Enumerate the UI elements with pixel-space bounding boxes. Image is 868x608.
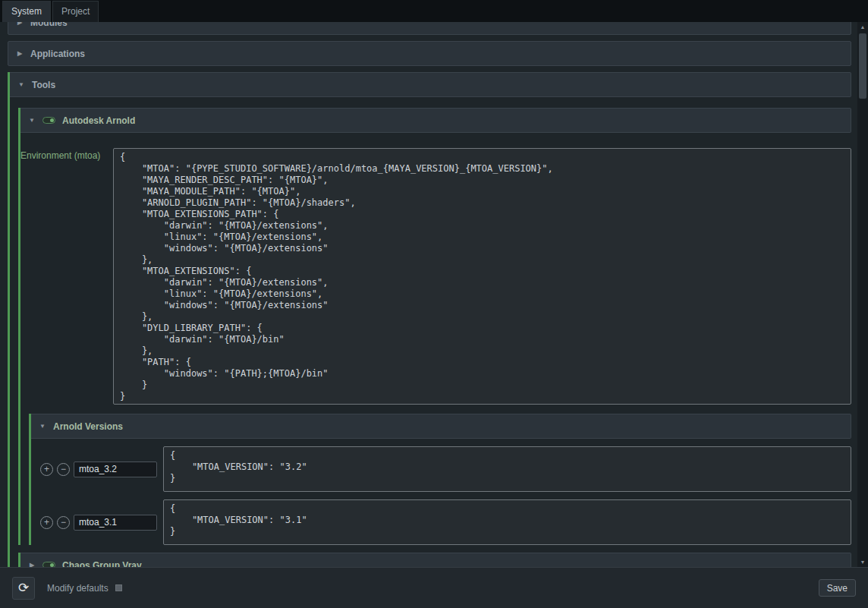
- chevron-down-icon: ▼: [28, 117, 36, 124]
- group-title-chaos-group-vray: Chaos Group Vray: [62, 560, 142, 568]
- modify-defaults-label: Modify defaults: [47, 583, 108, 594]
- arnold-versions-group: ▼ Arnold Versions + − { "MTOA_VERSION": …: [29, 414, 851, 545]
- chevron-down-icon: ▼: [39, 423, 46, 430]
- section-header-modules[interactable]: ▶ Modules: [8, 22, 851, 35]
- group-header-arnold-versions[interactable]: ▼ Arnold Versions: [31, 414, 851, 439]
- enabled-toggle-icon[interactable]: [42, 562, 55, 567]
- environment-mtoa-row: Environment (mtoa) { "MTOA": "{PYPE_STUD…: [20, 148, 851, 405]
- autodesk-arnold-group: ▼ Autodesk Arnold Environment (mtoa) { "…: [18, 108, 851, 545]
- modify-defaults-control: Modify defaults: [47, 583, 122, 594]
- group-header-chaos-group-vray[interactable]: ▶ Chaos Group Vray: [20, 553, 851, 567]
- add-item-button[interactable]: +: [40, 516, 53, 529]
- tab-bar: System Project: [0, 0, 868, 22]
- scroll-up-button[interactable]: ▲: [857, 22, 868, 32]
- footer-bar: ⟳ Modify defaults Save: [0, 567, 868, 608]
- version-value-textarea[interactable]: { "MTOA_VERSION": "3.2" }: [163, 446, 851, 492]
- version-row: + − { "MTOA_VERSION": "3.2" }: [31, 446, 851, 492]
- chevron-right-icon: ▶: [16, 22, 24, 26]
- section-header-tools[interactable]: ▼ Tools: [10, 72, 851, 97]
- version-key-input[interactable]: [74, 515, 157, 531]
- save-button[interactable]: Save: [819, 579, 856, 597]
- add-item-button[interactable]: +: [40, 463, 53, 476]
- section-header-applications[interactable]: ▶ Applications: [8, 41, 851, 66]
- chevron-right-icon: ▶: [28, 562, 36, 567]
- section-title-modules: Modules: [30, 22, 68, 28]
- refresh-icon: ⟳: [18, 581, 29, 595]
- settings-content: ▶ Modules ▶ Applications ▼ Tools ▼ Autod…: [0, 22, 857, 567]
- chaos-group-vray-group: ▶ Chaos Group Vray: [18, 553, 851, 567]
- section-title-tools: Tools: [32, 80, 55, 90]
- remove-item-button[interactable]: −: [57, 463, 70, 476]
- group-header-autodesk-arnold[interactable]: ▼ Autodesk Arnold: [20, 108, 851, 133]
- arnold-content: Environment (mtoa) { "MTOA": "{PYPE_STUD…: [20, 140, 851, 545]
- scroll-down-button[interactable]: ▼: [857, 557, 868, 567]
- scrollbar[interactable]: ▲ ▼: [857, 22, 868, 567]
- refresh-button[interactable]: ⟳: [12, 577, 35, 600]
- environment-mtoa-label: Environment (mtoa): [20, 148, 110, 161]
- chevron-right-icon: ▶: [16, 50, 24, 57]
- section-tools-group: ▼ Tools ▼ Autodesk Arnold Environment (m…: [8, 72, 851, 567]
- tools-content: ▼ Autodesk Arnold Environment (mtoa) { "…: [18, 103, 851, 567]
- environment-mtoa-textarea[interactable]: { "MTOA": "{PYPE_STUDIO_SOFTWARE}/arnold…: [113, 148, 851, 405]
- group-title-autodesk-arnold: Autodesk Arnold: [62, 115, 135, 126]
- modify-defaults-checkbox[interactable]: [115, 584, 122, 591]
- chevron-down-icon: ▼: [17, 81, 25, 88]
- settings-scroll-area: ▶ Modules ▶ Applications ▼ Tools ▼ Autod…: [0, 22, 857, 567]
- tab-system[interactable]: System: [2, 1, 51, 22]
- remove-item-button[interactable]: −: [57, 516, 70, 529]
- enabled-toggle-icon[interactable]: [42, 117, 55, 124]
- section-title-applications: Applications: [30, 49, 85, 59]
- group-title-arnold-versions: Arnold Versions: [53, 421, 123, 432]
- version-value-textarea[interactable]: { "MTOA_VERSION": "3.1" }: [163, 499, 851, 545]
- tab-project[interactable]: Project: [52, 1, 99, 22]
- version-row: + − { "MTOA_VERSION": "3.1" }: [31, 499, 851, 545]
- version-key-input[interactable]: [74, 462, 157, 477]
- scroll-thumb[interactable]: [859, 33, 866, 99]
